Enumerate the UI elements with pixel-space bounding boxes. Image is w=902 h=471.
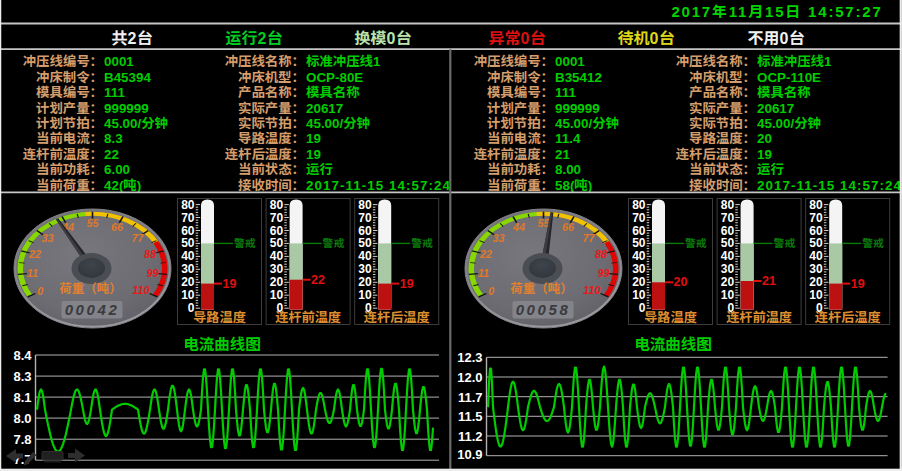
svg-text:70: 70 bbox=[181, 211, 195, 225]
svg-text:电流曲线图: 电流曲线图 bbox=[183, 336, 261, 353]
svg-text:50: 50 bbox=[270, 236, 284, 250]
svg-text:99: 99 bbox=[147, 267, 159, 279]
svg-text:110: 110 bbox=[132, 284, 149, 296]
svg-text:19: 19 bbox=[851, 277, 865, 291]
svg-text:30: 30 bbox=[721, 262, 735, 276]
svg-text:20: 20 bbox=[809, 275, 823, 289]
svg-text:80: 80 bbox=[181, 198, 195, 212]
svg-text:80: 80 bbox=[721, 198, 735, 212]
svg-text:11.7: 11.7 bbox=[458, 390, 483, 405]
svg-text:70: 70 bbox=[809, 211, 823, 225]
svg-text:10: 10 bbox=[358, 288, 372, 302]
svg-text:110: 110 bbox=[583, 284, 600, 296]
svg-text:10: 10 bbox=[270, 288, 284, 302]
svg-text:警戒: 警戒 bbox=[862, 237, 884, 249]
svg-text:30: 30 bbox=[632, 262, 646, 276]
svg-text:连杆后温度: 连杆后温度 bbox=[815, 310, 881, 325]
svg-text:20: 20 bbox=[632, 275, 646, 289]
svg-text:60: 60 bbox=[632, 224, 646, 238]
svg-text:40: 40 bbox=[358, 249, 372, 263]
svg-text:50: 50 bbox=[721, 236, 735, 250]
svg-text:80: 80 bbox=[809, 198, 823, 212]
svg-text:40: 40 bbox=[270, 249, 284, 263]
svg-text:50: 50 bbox=[632, 236, 646, 250]
svg-text:警戒: 警戒 bbox=[411, 237, 433, 249]
svg-text:30: 30 bbox=[270, 262, 284, 276]
svg-text:60: 60 bbox=[809, 224, 823, 238]
svg-text:70: 70 bbox=[358, 211, 372, 225]
svg-text:8.4: 8.4 bbox=[13, 348, 32, 363]
svg-text:10: 10 bbox=[632, 288, 646, 302]
svg-text:40: 40 bbox=[181, 249, 195, 263]
svg-text:77: 77 bbox=[582, 232, 595, 244]
svg-text:11: 11 bbox=[478, 267, 489, 279]
svg-text:0: 0 bbox=[488, 285, 494, 297]
svg-text:30: 30 bbox=[358, 262, 372, 276]
svg-text:70: 70 bbox=[270, 211, 284, 225]
svg-text:8.1: 8.1 bbox=[13, 390, 31, 405]
svg-text:60: 60 bbox=[270, 224, 284, 238]
svg-text:80: 80 bbox=[358, 198, 372, 212]
svg-text:60: 60 bbox=[721, 224, 735, 238]
svg-text:60: 60 bbox=[181, 224, 195, 238]
svg-text:10: 10 bbox=[181, 288, 195, 302]
svg-text:荷重（吨）: 荷重（吨） bbox=[510, 282, 573, 296]
svg-text:99: 99 bbox=[598, 267, 610, 279]
svg-text:0: 0 bbox=[37, 285, 43, 297]
svg-text:00058: 00058 bbox=[516, 301, 571, 318]
svg-text:连杆前温度: 连杆前温度 bbox=[275, 310, 341, 325]
svg-text:50: 50 bbox=[809, 236, 823, 250]
svg-text:警戒: 警戒 bbox=[774, 237, 796, 249]
svg-text:连杆后温度: 连杆后温度 bbox=[364, 310, 430, 325]
svg-text:导路温度: 导路温度 bbox=[193, 310, 246, 325]
svg-text:12.0: 12.0 bbox=[457, 370, 482, 385]
svg-text:40: 40 bbox=[721, 249, 735, 263]
svg-text:11: 11 bbox=[27, 267, 38, 279]
svg-text:荷重（吨）: 荷重（吨） bbox=[59, 282, 122, 296]
svg-text:22: 22 bbox=[311, 273, 325, 287]
svg-text:20: 20 bbox=[721, 275, 735, 289]
svg-text:66: 66 bbox=[562, 221, 575, 233]
svg-text:11.2: 11.2 bbox=[458, 429, 483, 444]
svg-text:19: 19 bbox=[400, 277, 414, 291]
svg-text:电流曲线图: 电流曲线图 bbox=[634, 336, 712, 353]
svg-text:10.9: 10.9 bbox=[457, 447, 482, 462]
svg-text:11.5: 11.5 bbox=[458, 409, 483, 424]
svg-text:30: 30 bbox=[181, 262, 195, 276]
svg-text:10: 10 bbox=[721, 288, 735, 302]
svg-text:警戒: 警戒 bbox=[323, 237, 345, 249]
svg-text:连杆前温度: 连杆前温度 bbox=[726, 310, 792, 325]
svg-text:警戒: 警戒 bbox=[234, 237, 256, 249]
svg-text:20: 20 bbox=[674, 275, 688, 289]
svg-text:8.3: 8.3 bbox=[13, 369, 31, 384]
svg-text:00042: 00042 bbox=[65, 301, 120, 318]
svg-text:19: 19 bbox=[223, 277, 237, 291]
svg-text:10: 10 bbox=[809, 288, 823, 302]
svg-text:50: 50 bbox=[181, 236, 195, 250]
svg-text:80: 80 bbox=[270, 198, 284, 212]
svg-text:66: 66 bbox=[111, 221, 124, 233]
svg-text:33: 33 bbox=[42, 232, 54, 244]
svg-text:50: 50 bbox=[358, 236, 372, 250]
svg-text:88: 88 bbox=[144, 248, 156, 260]
svg-text:20: 20 bbox=[358, 275, 372, 289]
svg-text:33: 33 bbox=[493, 232, 505, 244]
svg-text:44: 44 bbox=[512, 221, 525, 233]
svg-text:40: 40 bbox=[809, 249, 823, 263]
svg-text:警戒: 警戒 bbox=[685, 237, 707, 249]
svg-text:8.0: 8.0 bbox=[13, 411, 31, 426]
svg-text:30: 30 bbox=[809, 262, 823, 276]
svg-text:21: 21 bbox=[762, 274, 776, 288]
svg-text:22: 22 bbox=[28, 248, 41, 260]
svg-text:7.8: 7.8 bbox=[13, 432, 31, 447]
svg-text:80: 80 bbox=[632, 198, 646, 212]
svg-text:60: 60 bbox=[358, 224, 372, 238]
svg-text:88: 88 bbox=[595, 248, 607, 260]
svg-text:20: 20 bbox=[270, 275, 284, 289]
svg-text:40: 40 bbox=[632, 249, 646, 263]
svg-text:77: 77 bbox=[131, 232, 144, 244]
svg-text:20: 20 bbox=[181, 275, 195, 289]
svg-text:70: 70 bbox=[721, 211, 735, 225]
svg-text:12.3: 12.3 bbox=[457, 350, 482, 365]
svg-text:导路温度: 导路温度 bbox=[644, 310, 697, 325]
